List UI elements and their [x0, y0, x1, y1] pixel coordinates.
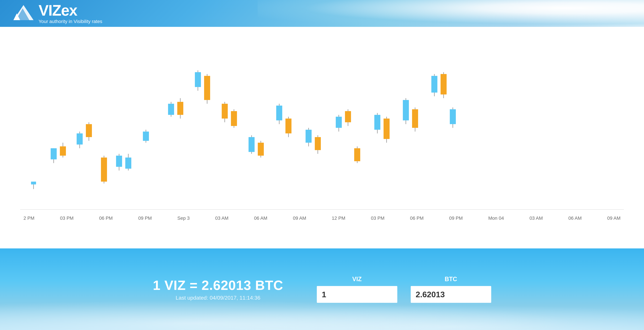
- svg-rect-17: [116, 156, 122, 167]
- svg-rect-31: [222, 104, 228, 119]
- x-label-sep3: Sep 3: [178, 215, 190, 221]
- svg-rect-41: [286, 119, 292, 133]
- svg-rect-45: [315, 137, 321, 150]
- viz-label: VIZ: [352, 276, 362, 283]
- svg-rect-51: [354, 148, 360, 161]
- bottom-section: 1 VIZ = 2.62013 BTC Last updated: 04/09/…: [0, 248, 644, 330]
- x-label-09pm: 09 PM: [138, 215, 152, 221]
- btc-converter-group: BTC: [411, 276, 491, 303]
- header-cloud-decoration: [258, 0, 644, 27]
- svg-rect-25: [177, 102, 183, 115]
- x-label-03am-2: 03 AM: [530, 215, 543, 221]
- currency-converter: VIZ BTC: [317, 276, 491, 303]
- svg-rect-65: [450, 109, 456, 124]
- svg-rect-11: [77, 133, 83, 145]
- price-display: 1 VIZ = 2.62013 BTC Last updated: 04/09/…: [153, 278, 283, 301]
- svg-rect-39: [276, 106, 282, 120]
- logo-text-container: VIZex Your authority in Visibility rates: [38, 3, 102, 24]
- svg-rect-59: [412, 109, 418, 128]
- x-label-09am-2: 09 AM: [607, 215, 620, 221]
- btc-input[interactable]: [411, 286, 491, 303]
- x-label-06am-2: 06 AM: [568, 215, 582, 221]
- svg-rect-33: [231, 111, 237, 126]
- viz-input[interactable]: [317, 286, 397, 303]
- logo-container: VIZex Your authority in Visibility rates: [14, 3, 102, 24]
- svg-rect-27: [195, 72, 201, 87]
- svg-rect-9: [60, 146, 66, 156]
- x-label-06am: 06 AM: [254, 215, 267, 221]
- svg-rect-19: [125, 157, 131, 169]
- svg-rect-35: [248, 137, 254, 152]
- svg-rect-29: [204, 76, 210, 100]
- x-label-mon04: Mon 04: [488, 215, 504, 221]
- svg-rect-55: [384, 119, 390, 139]
- x-label-03pm: 03 PM: [60, 215, 74, 221]
- last-updated: Last updated: 04/09/2017, 11:14:36: [153, 295, 283, 301]
- svg-rect-21: [143, 132, 149, 141]
- x-label-06pm: 06 PM: [99, 215, 113, 221]
- chart-section: 2 PM 03 PM 06 PM 09 PM Sep 3 03 AM 06 AM…: [0, 27, 644, 248]
- svg-rect-5: [31, 182, 36, 184]
- x-label-06pm-2: 06 PM: [410, 215, 424, 221]
- svg-rect-13: [86, 124, 92, 137]
- svg-rect-23: [168, 104, 174, 115]
- svg-rect-47: [336, 117, 342, 128]
- chart-area: 2 PM 03 PM 06 PM 09 PM Sep 3 03 AM 06 AM…: [20, 37, 624, 222]
- svg-rect-53: [374, 115, 380, 130]
- x-label-03am: 03 AM: [215, 215, 228, 221]
- logo-subtitle: Your authority in Visibility rates: [38, 19, 102, 24]
- x-label-2pm: 2 PM: [24, 215, 34, 221]
- btc-label: BTC: [445, 276, 457, 283]
- header: VIZex Your authority in Visibility rates: [0, 0, 644, 27]
- logo-title: VIZex: [38, 3, 102, 18]
- svg-rect-61: [431, 76, 438, 93]
- x-label-09pm-2: 09 PM: [449, 215, 463, 221]
- svg-rect-43: [306, 130, 312, 143]
- svg-rect-63: [440, 74, 446, 95]
- viz-converter-group: VIZ: [317, 276, 397, 303]
- exchange-rate: 1 VIZ = 2.62013 BTC: [153, 278, 283, 293]
- candlestick-chart: [20, 37, 624, 213]
- logo-icon: [14, 3, 34, 24]
- x-label-12pm: 12 PM: [332, 215, 345, 221]
- x-label-09am-1: 09 AM: [293, 215, 306, 221]
- svg-rect-49: [345, 111, 351, 122]
- svg-rect-15: [101, 157, 107, 182]
- x-label-03pm-2: 03 PM: [371, 215, 384, 221]
- x-axis: 2 PM 03 PM 06 PM 09 PM Sep 3 03 AM 06 AM…: [20, 215, 624, 221]
- svg-rect-37: [258, 143, 264, 156]
- svg-rect-7: [51, 148, 57, 159]
- svg-rect-57: [403, 100, 409, 121]
